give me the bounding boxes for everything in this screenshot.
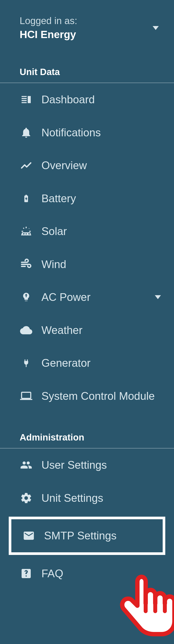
mail-icon [22,529,35,542]
battery-icon [20,192,33,205]
sidebar-item-label: Dashboard [41,93,161,106]
sidebar-item-dashboard[interactable]: Dashboard [0,83,174,116]
logged-in-label: Logged in as: [20,15,77,26]
sidebar-item-label: FAQ [41,567,161,580]
sidebar-item-faq[interactable]: FAQ [0,557,174,590]
sidebar: Logged in as: HCI Energy Unit Data Dashb… [0,0,174,644]
account-dropdown[interactable]: Logged in as: HCI Energy [0,0,174,47]
cloud-icon [20,324,33,337]
solar-icon [20,225,33,238]
sidebar-item-solar[interactable]: Solar [0,215,174,248]
sidebar-item-generator[interactable]: Generator [0,346,174,380]
section-header-administration: Administration [0,412,174,448]
users-icon [20,458,33,472]
chevron-down-icon [155,295,161,299]
chart-line-icon [20,159,33,172]
plug-icon [20,356,33,370]
sidebar-item-user-settings[interactable]: User Settings [0,448,174,482]
org-name: HCI Energy [20,28,77,40]
highlight-box: SMTP Settings [9,517,165,555]
sidebar-item-ac-power[interactable]: AC Power [0,281,174,314]
sidebar-item-label: Wind [41,258,161,271]
sidebar-item-label: Generator [41,356,161,370]
dashboard-icon [20,93,33,106]
account-text: Logged in as: HCI Energy [20,15,77,40]
sidebar-item-battery[interactable]: Battery [0,182,174,215]
wind-icon [20,258,33,271]
lightbulb-icon [20,290,33,304]
sidebar-item-label: SMTP Settings [44,529,158,543]
sidebar-item-smtp-settings[interactable]: SMTP Settings [11,519,163,552]
sidebar-item-label: Battery [41,192,161,206]
sidebar-item-notifications[interactable]: Notifications [0,116,174,149]
sidebar-item-label: AC Power [41,290,146,304]
sidebar-item-label: Overview [41,159,161,172]
sidebar-item-unit-settings[interactable]: Unit Settings [0,482,174,515]
laptop-icon [20,389,33,402]
gear-icon [20,492,33,504]
help-icon [20,567,33,580]
sidebar-item-label: Unit Settings [41,491,161,505]
sidebar-item-scm[interactable]: System Control Module [0,380,174,413]
sidebar-item-label: Solar [41,224,161,238]
bell-icon [20,126,33,139]
sidebar-item-weather[interactable]: Weather [0,314,174,347]
chevron-down-icon [153,26,159,30]
sidebar-item-label: Notifications [41,126,161,140]
sidebar-item-label: Weather [41,324,161,337]
sidebar-item-overview[interactable]: Overview [0,149,174,182]
sidebar-item-wind[interactable]: Wind [0,248,174,281]
sidebar-item-label: User Settings [41,458,161,472]
sidebar-item-label: System Control Module [41,389,161,403]
section-header-unit-data: Unit Data [0,47,174,83]
